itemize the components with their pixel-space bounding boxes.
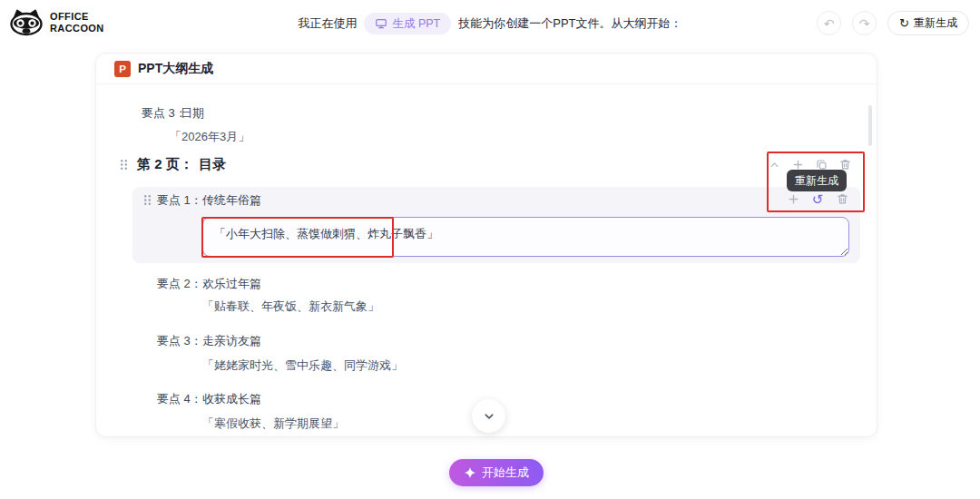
- generate-button[interactable]: 开始生成: [449, 459, 544, 486]
- logo-text-line1: OFFICE: [50, 11, 104, 23]
- card-title: PPT大纲生成: [138, 61, 213, 77]
- chevron-down-icon: [481, 408, 497, 425]
- expand-button[interactable]: [472, 399, 505, 433]
- page-label: 第 2 页：: [137, 156, 193, 173]
- refresh-icon: ↺: [812, 192, 824, 206]
- generate-label: 开始生成: [482, 465, 529, 481]
- trash-icon: [836, 192, 849, 206]
- sparkle-icon: [464, 466, 476, 479]
- app-logo[interactable]: OFFICE RACCOON: [9, 9, 104, 36]
- regenerate-button[interactable]: ↻ 重新生成: [887, 11, 969, 35]
- logo-text: OFFICE RACCOON: [50, 11, 104, 34]
- status-prefix: 我正在使用: [298, 15, 357, 32]
- point-desc: 「2026年3月」: [170, 129, 250, 145]
- point-title: 传统年俗篇: [202, 192, 261, 209]
- point-label: 要点 2：: [157, 276, 202, 292]
- point-desc-input[interactable]: 「小年大扫除、蒸馍做刺猬、炸丸子飘香」: [202, 217, 849, 257]
- page-title: 目录: [199, 156, 226, 173]
- point-regenerate-button[interactable]: ↺: [808, 190, 827, 208]
- point-delete-button[interactable]: [833, 190, 851, 208]
- app-header: OFFICE RACCOON 我正在使用 生成 PPT 技能为你创建一个PPT文…: [0, 0, 980, 47]
- tooltip: 重新生成: [787, 170, 847, 191]
- drag-handle-icon[interactable]: [143, 194, 152, 206]
- point-title: 欢乐过年篇: [202, 276, 261, 292]
- skill-pill-label: 生成 PPT: [392, 16, 440, 32]
- point-add-button[interactable]: [784, 190, 802, 208]
- page-collapse-button[interactable]: [765, 155, 783, 173]
- header-actions: ↶ ↷ ↻ 重新生成: [817, 11, 969, 35]
- undo-icon: ↶: [824, 16, 835, 31]
- plus-icon: [787, 192, 800, 206]
- raccoon-icon: [9, 9, 44, 36]
- logo-text-line2: RACCOON: [50, 23, 104, 34]
- redo-button[interactable]: ↷: [852, 11, 877, 35]
- point-title: 走亲访友篇: [202, 333, 261, 349]
- skill-pill: 生成 PPT: [364, 13, 451, 34]
- ppt-icon: P: [114, 61, 131, 77]
- point-label: 要点 3：: [157, 333, 202, 349]
- refresh-icon: ↻: [899, 16, 909, 30]
- undo-button[interactable]: ↶: [817, 11, 841, 35]
- point-label: 要点 1：: [157, 192, 202, 209]
- status-suffix: 技能为你创建一个PPT文件。从大纲开始：: [458, 15, 681, 32]
- point-title: 日期: [181, 105, 204, 122]
- point-label: 要点 4：: [157, 391, 202, 407]
- chevron-up-icon: [768, 158, 781, 171]
- outline-card: P PPT大纲生成 要点 3： 日期 「2026年3月」 第 2 页： 目录 要…: [95, 53, 877, 437]
- point-title: 收获成长篇: [202, 391, 261, 407]
- regenerate-label: 重新生成: [914, 15, 957, 31]
- point-desc: 「贴春联、年夜饭、新衣新气象」: [202, 298, 379, 315]
- drag-handle-icon[interactable]: [120, 159, 128, 171]
- point-desc: 「寒假收获、新学期展望」: [202, 416, 344, 432]
- scrollbar-thumb[interactable]: [868, 105, 872, 146]
- card-header: P PPT大纲生成: [96, 54, 877, 84]
- point-desc: 「姥姥家时光、雪中乐趣、同学游戏」: [202, 357, 403, 374]
- presentation-icon: [375, 17, 387, 30]
- redo-icon: ↷: [859, 16, 870, 31]
